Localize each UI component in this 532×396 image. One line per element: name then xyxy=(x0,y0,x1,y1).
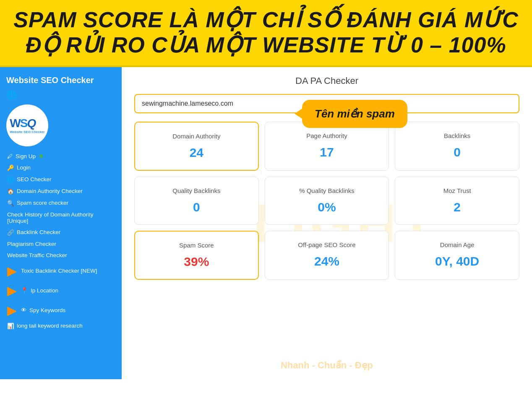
sidebar-item-history-checker[interactable]: Check History of Domain Authority [Uniqu… xyxy=(6,209,115,227)
metric-card-3: Quality Backlinks0 xyxy=(134,177,259,225)
tooltip-bubble: Tên miền spam xyxy=(302,100,407,128)
card-value-1: 17 xyxy=(272,145,382,159)
sidebar-item-traffic[interactable]: Website Traffic Checker xyxy=(6,250,115,261)
sidebar-item-spam-checker[interactable]: 🔍 Spam score checker xyxy=(6,197,115,209)
sidebar-item-ip-location[interactable]: ▶ 📍 Ip Location xyxy=(6,281,115,300)
card-value-8: 0Y, 40D xyxy=(402,254,512,268)
card-value-4: 0% xyxy=(272,200,382,214)
metric-card-7: Off-page SEO Score24% xyxy=(265,231,389,280)
signup-dot xyxy=(39,154,43,158)
sidebar-logo: WSQ Website SEO Checker xyxy=(6,104,48,146)
spy-keywords-icon: 👁 xyxy=(21,307,27,313)
card-label-0: Domain Authority xyxy=(142,133,251,140)
long-tail-icon: 📊 xyxy=(7,323,14,329)
card-value-2: 0 xyxy=(402,145,512,159)
card-label-2: Backlinks xyxy=(402,132,512,139)
card-value-0: 24 xyxy=(142,146,251,160)
page-title: DA PA Checker xyxy=(134,76,519,86)
logo-text: WSQ xyxy=(10,117,44,130)
arrow-right-icon-1: ▶ xyxy=(7,263,17,278)
banner-title: SPAM SCORE LÀ MỘT CHỈ SỐ ĐÁNH GIÁ MỨC ĐỘ… xyxy=(13,8,519,58)
card-value-7: 24% xyxy=(272,254,382,268)
signup-icon: 🖊 xyxy=(7,153,13,159)
sidebar-item-da-checker[interactable]: 🏠 Domain Authority Checker xyxy=(6,185,115,197)
card-label-8: Domain Age xyxy=(402,241,512,248)
main-layout: Website SEO Checker 🌐 WSQ Website SEO Ch… xyxy=(0,67,532,379)
card-value-5: 2 xyxy=(402,200,512,214)
card-label-1: Page Authority xyxy=(272,132,382,139)
sidebar-item-spy-keywords[interactable]: ▶ 👁 Spy Keywords xyxy=(6,300,115,320)
da-checker-icon: 🏠 xyxy=(7,188,14,195)
card-label-7: Off-page SEO Score xyxy=(272,241,382,248)
bottom-watermark: Nhanh - Chuẩn - Đẹp xyxy=(281,360,373,371)
cards-grid: Domain Authority24Page Authority17Backli… xyxy=(134,122,519,280)
sidebar-item-toxic[interactable]: ▶ Toxic Backlink Checker [NEW] xyxy=(6,261,115,281)
sidebar-item-plagiarism[interactable]: Plagiarism Checker xyxy=(6,238,115,250)
card-label-4: % Quality Backlinks xyxy=(272,187,382,194)
metric-card-6: Spam Score39% xyxy=(134,231,259,280)
spam-checker-icon: 🔍 xyxy=(7,200,14,206)
seo-checker-icon: 🌐 xyxy=(7,176,14,183)
login-icon: 🔑 xyxy=(7,164,14,171)
sidebar-title: Website SEO Checker xyxy=(6,76,115,85)
ip-location-icon: 📍 xyxy=(21,287,28,294)
logo-sub: Website SEO Checker xyxy=(10,130,44,134)
card-value-6: 39% xyxy=(142,255,251,269)
card-label-3: Quality Backlinks xyxy=(141,187,252,194)
tooltip-text: Tên miền spam xyxy=(315,107,395,120)
metric-card-0: Domain Authority24 xyxy=(134,122,259,171)
arrow-right-icon-2: ▶ xyxy=(7,283,17,298)
arrow-right-icon-3: ▶ xyxy=(7,303,17,318)
metric-card-4: % Quality Backlinks0% xyxy=(265,177,389,225)
main-content: LIGHT DA PA Checker Tên miền spam Domain… xyxy=(122,67,532,379)
sidebar-item-backlink-checker[interactable]: 🔗 Backlink Checker xyxy=(6,227,115,238)
metric-card-2: Backlinks0 xyxy=(395,122,519,171)
header-banner: SPAM SCORE LÀ MỘT CHỈ SỐ ĐÁNH GIÁ MỨC ĐỘ… xyxy=(0,0,532,67)
sidebar-item-seo-checker[interactable]: 🌐 SEO Checker xyxy=(6,174,115,185)
sidebar-item-login[interactable]: 🔑 Login xyxy=(6,162,115,174)
backlink-icon: 🔗 xyxy=(7,229,14,236)
sidebar-item-long-tail[interactable]: 📊 long tail keyword research xyxy=(6,320,115,332)
card-label-5: Moz Trust xyxy=(402,187,512,194)
metric-card-5: Moz Trust2 xyxy=(395,177,519,225)
card-label-6: Spam Score xyxy=(142,242,251,249)
card-value-3: 0 xyxy=(141,200,252,214)
sidebar-item-signup[interactable]: 🖊 Sign Up xyxy=(6,151,115,162)
sidebar: Website SEO Checker 🌐 WSQ Website SEO Ch… xyxy=(0,67,122,379)
metric-card-8: Domain Age0Y, 40D xyxy=(395,231,519,280)
sidebar-nav: 🖊 Sign Up 🔑 Login 🌐 SEO Checker 🏠 Domain… xyxy=(6,151,115,332)
metric-card-1: Page Authority17 xyxy=(265,122,389,171)
globe-icon: 🌐 xyxy=(6,90,115,100)
